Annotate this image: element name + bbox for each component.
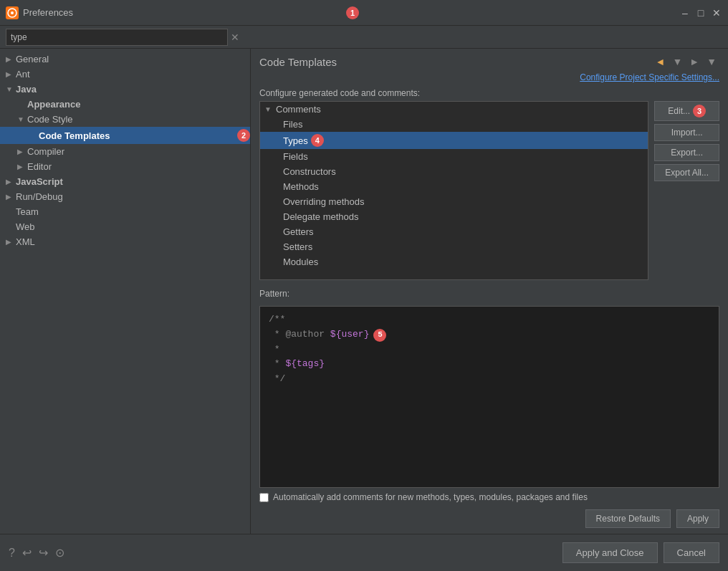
configure-project-link[interactable]: Configure Project Specific Settings...: [580, 72, 719, 82]
tags-var: ${tags}: [285, 358, 325, 369]
templates-list[interactable]: ▼CommentsFilesTypes4FieldsConstructorsMe…: [259, 101, 648, 280]
exportall-btn-label: Export All...: [665, 168, 709, 178]
pattern-line-2: *: [269, 342, 710, 358]
footer: ? ↩ ↪ ⊙ Apply and CloseCancel: [0, 534, 728, 571]
apply-button[interactable]: Apply: [676, 509, 719, 528]
sidebar-label-appearance: Appearance: [27, 99, 250, 110]
edit-btn[interactable]: Edit...3: [654, 101, 719, 121]
pattern-line-3: * ${tags}: [269, 357, 710, 372]
nav-back-button[interactable]: ◄: [653, 54, 669, 69]
template-label-overriding: Overriding methods: [283, 196, 364, 207]
arrow-icon-ant: ▶: [6, 70, 16, 78]
template-item-delegate[interactable]: Delegate methods: [260, 209, 648, 224]
sidebar-item-java[interactable]: ▼Java: [0, 82, 250, 97]
sidebar-item-codestyle[interactable]: ▼Code Style: [0, 112, 250, 127]
sidebar-label-editor: Editor: [27, 161, 250, 172]
sidebar-item-general[interactable]: ▶General: [0, 52, 250, 67]
pattern-badge-5: 5: [373, 329, 386, 342]
template-item-methods[interactable]: Methods: [260, 179, 648, 194]
templates-area: ▼CommentsFilesTypes4FieldsConstructorsMe…: [251, 101, 728, 488]
sidebar-item-compiler[interactable]: ▶Compiler: [0, 144, 250, 159]
template-item-setters[interactable]: Setters: [260, 239, 648, 254]
nav-forward-dropdown[interactable]: ▼: [704, 54, 719, 69]
export-btn[interactable]: Export...: [654, 144, 719, 161]
sidebar-item-rundebug[interactable]: ▶Run/Debug: [0, 189, 250, 204]
import-btn-label: Import...: [671, 128, 703, 138]
undo-icon[interactable]: ↩: [22, 546, 32, 560]
sidebar-badge-codetemplates: 2: [237, 129, 250, 142]
template-item-getters[interactable]: Getters: [260, 224, 648, 239]
maximize-button[interactable]: □: [695, 7, 707, 19]
sidebar-item-team[interactable]: Team: [0, 204, 250, 219]
sidebar-item-xml[interactable]: ▶XML: [0, 234, 250, 249]
sidebar-label-java: Java: [16, 84, 250, 95]
apply-close-btn[interactable]: Apply and Close: [562, 542, 658, 563]
sidebar-item-javascript[interactable]: ▶JavaScript: [0, 174, 250, 189]
cancel-btn[interactable]: Cancel: [664, 542, 719, 563]
sidebar-item-appearance[interactable]: Appearance: [0, 97, 250, 112]
template-label-methods: Methods: [283, 181, 319, 192]
template-label-setters: Setters: [283, 241, 312, 252]
sidebar-label-codetemplates: Code Templates: [39, 130, 234, 141]
pattern-line-0: /**: [269, 312, 710, 327]
templates-and-buttons: ▼CommentsFilesTypes4FieldsConstructorsMe…: [259, 101, 719, 280]
sidebar-item-web[interactable]: Web: [0, 219, 250, 234]
close-button[interactable]: ✕: [711, 7, 722, 19]
template-group-arrow: ▼: [264, 105, 273, 113]
arrow-icon-javascript: ▶: [6, 178, 16, 186]
arrow-icon-compiler: ▶: [17, 148, 27, 155]
sidebar-label-ant: Ant: [16, 69, 250, 80]
window-title: Preferences: [23, 7, 343, 18]
sidebar-label-general: General: [16, 54, 250, 64]
edit-btn-badge: 3: [693, 105, 706, 117]
user-var: ${user}: [330, 329, 370, 340]
app-icon: [6, 6, 19, 19]
template-item-types[interactable]: Types4: [260, 132, 648, 149]
sidebar-label-codestyle: Code Style: [27, 114, 250, 125]
title-badge: 1: [346, 6, 359, 19]
template-item-fields[interactable]: Fields: [260, 149, 648, 164]
pattern-editor[interactable]: /** * @author ${user}5 * * ${tags} */: [259, 306, 719, 488]
sidebar-label-web: Web: [16, 221, 250, 232]
template-badge-types: 4: [311, 134, 324, 147]
arrow-icon-rundebug: ▶: [6, 193, 16, 201]
checkbox-area: Automatically add comments for new metho…: [251, 488, 728, 507]
template-item-modules[interactable]: Modules: [260, 254, 648, 269]
nav-back-dropdown[interactable]: ▼: [669, 54, 685, 69]
pattern-line-4: */: [269, 372, 710, 387]
sidebar-item-codetemplates[interactable]: Code Templates2: [0, 127, 250, 144]
settings-icon[interactable]: ⊙: [55, 546, 64, 560]
export-btn-label: Export...: [671, 148, 703, 158]
nav-forward-button[interactable]: ►: [686, 54, 702, 69]
panel-header: Code Templates ◄ ▼ ► ▼: [251, 49, 728, 72]
template-label-delegate: Delegate methods: [283, 211, 359, 222]
sidebar-label-xml: XML: [16, 236, 250, 247]
footer-left: ? ↩ ↪ ⊙: [9, 546, 64, 560]
minimize-button[interactable]: –: [679, 7, 691, 19]
search-clear-button[interactable]: ✕: [231, 32, 239, 43]
search-input[interactable]: [6, 29, 228, 46]
redo-icon[interactable]: ↪: [39, 546, 48, 560]
help-icon[interactable]: ?: [9, 547, 15, 560]
template-label-getters: Getters: [283, 226, 314, 237]
template-label-types: Types: [283, 135, 308, 146]
footer-right: Apply and CloseCancel: [562, 542, 719, 563]
sidebar-label-javascript: JavaScript: [16, 176, 250, 187]
template-item-overriding[interactable]: Overriding methods: [260, 194, 648, 209]
template-item-comments-group[interactable]: ▼Comments: [260, 102, 648, 117]
edit-btn-label: Edit...: [668, 106, 690, 116]
checkbox-label: Automatically add comments for new metho…: [273, 492, 588, 502]
import-btn[interactable]: Import...: [654, 124, 719, 141]
arrow-icon-xml: ▶: [6, 238, 16, 246]
panel-title: Code Templates: [259, 56, 337, 68]
restore-defaults-button[interactable]: Restore Defaults: [585, 509, 671, 528]
sidebar-item-ant[interactable]: ▶Ant: [0, 67, 250, 82]
configure-label: Configure generated code and comments:: [251, 85, 728, 101]
exportall-btn[interactable]: Export All...: [654, 164, 719, 181]
search-bar: ✕: [0, 26, 728, 49]
template-item-files[interactable]: Files: [260, 117, 648, 132]
sidebar-item-editor[interactable]: ▶Editor: [0, 159, 250, 174]
template-item-constructors[interactable]: Constructors: [260, 164, 648, 179]
auto-comments-checkbox[interactable]: [259, 493, 269, 502]
arrow-icon-general: ▶: [6, 55, 16, 63]
